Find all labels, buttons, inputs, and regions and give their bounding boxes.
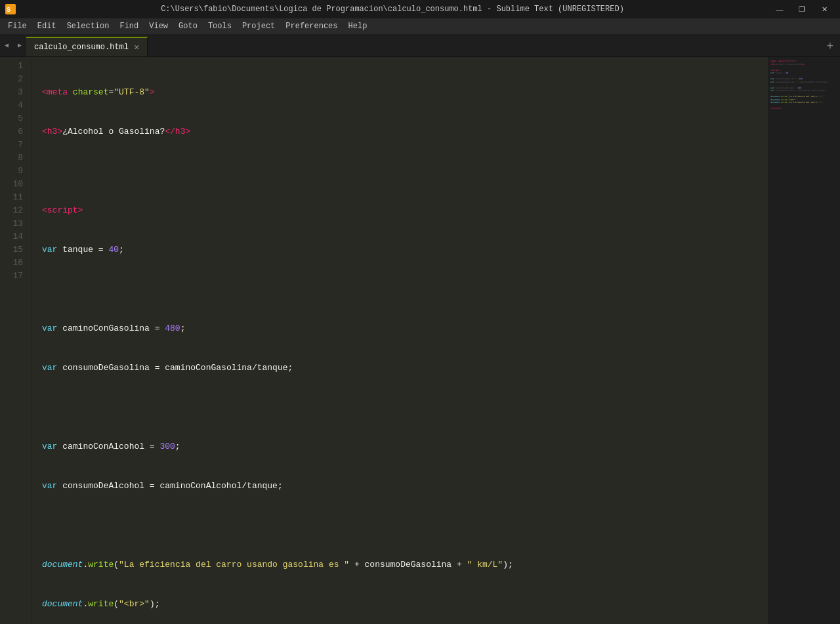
line-num-2: 2 xyxy=(0,73,31,86)
code-line-3 xyxy=(42,165,768,178)
code-line-13: document.write("La eficiencia del carro … xyxy=(42,558,768,572)
line-num-15: 15 xyxy=(0,243,31,257)
code-line-8: var consumoDeGasolina = caminoConGasolin… xyxy=(42,362,768,375)
menubar: File Edit Selection Find View Goto Tools… xyxy=(0,18,840,34)
code-line-6 xyxy=(42,283,768,296)
line-num-9: 9 xyxy=(0,165,31,178)
tab-nav-left[interactable]: ◀ xyxy=(0,33,13,56)
code-line-10: var caminoConAlcohol = 300; xyxy=(42,440,768,453)
tab-label: calculo_consumo.html xyxy=(34,43,129,52)
menu-project[interactable]: Project xyxy=(237,18,280,34)
line-numbers: 1 2 3 4 5 6 7 8 9 10 11 12 13 14 15 16 1… xyxy=(0,57,32,624)
new-tab-button[interactable]: + xyxy=(820,37,840,56)
line-num-10: 10 xyxy=(0,178,31,191)
menu-file[interactable]: File xyxy=(3,18,32,34)
line-num-14: 14 xyxy=(0,230,31,243)
code-line-7: var caminoConGasolina = 480; xyxy=(42,322,768,335)
app-icon: S xyxy=(5,4,16,14)
menu-tools[interactable]: Tools xyxy=(203,18,237,34)
tab-close-icon[interactable]: ✕ xyxy=(134,43,139,52)
line-num-3: 3 xyxy=(0,86,31,99)
tab-nav-right[interactable]: ▶ xyxy=(13,33,26,56)
line-num-5: 5 xyxy=(0,112,31,125)
svg-text:S: S xyxy=(7,7,10,14)
line-num-1: 1 xyxy=(0,60,31,73)
line-num-11: 11 xyxy=(0,191,31,204)
tabbar: ◀ ▶ calculo_consumo.html ✕ + xyxy=(0,34,840,57)
tab-calculo-consumo[interactable]: calculo_consumo.html ✕ xyxy=(26,37,148,56)
menu-view[interactable]: View xyxy=(144,18,173,34)
minimap-content: <meta charset="UTF-8"> <h3>¿Alcohol o Ga… xyxy=(770,60,837,110)
line-num-17: 17 xyxy=(0,270,31,283)
line-num-12: 12 xyxy=(0,204,31,217)
code-line-9 xyxy=(42,401,768,414)
titlebar: S C:\Users\fabio\Documents\Logica de Pro… xyxy=(0,0,840,18)
window-controls: — ❐ ✕ xyxy=(769,3,835,16)
line-num-4: 4 xyxy=(0,99,31,112)
menu-edit[interactable]: Edit xyxy=(32,18,62,34)
menu-selection[interactable]: Selection xyxy=(62,18,115,34)
line-num-7: 7 xyxy=(0,138,31,152)
close-button[interactable]: ✕ xyxy=(814,3,835,16)
code-line-12 xyxy=(42,519,768,532)
maximize-button[interactable]: ❐ xyxy=(791,3,812,16)
code-editor[interactable]: <meta charset="UTF-8"> <h3>¿Alcohol o Ga… xyxy=(32,57,768,624)
menu-goto[interactable]: Goto xyxy=(173,18,203,34)
code-line-11: var consumoDeAlcohol = caminoConAlcohol/… xyxy=(42,480,768,493)
menu-preferences[interactable]: Preferences xyxy=(280,18,343,34)
minimap: <meta charset="UTF-8"> <h3>¿Alcohol o Ga… xyxy=(768,57,840,624)
window-title: C:\Users\fabio\Documents\Logica de Progr… xyxy=(20,5,765,14)
line-num-6: 6 xyxy=(0,125,31,138)
code-line-5: var tanque = 40; xyxy=(42,243,768,257)
menu-help[interactable]: Help xyxy=(343,18,373,34)
line-num-8: 8 xyxy=(0,152,31,165)
code-line-2: <h3>¿Alcohol o Gasolina?</h3> xyxy=(42,125,768,138)
code-line-4: <script> xyxy=(42,204,768,217)
code-line-14: document.write("<br>"); xyxy=(42,598,768,611)
menu-find[interactable]: Find xyxy=(114,18,144,34)
minimize-button[interactable]: — xyxy=(769,3,790,16)
editor: 1 2 3 4 5 6 7 8 9 10 11 12 13 14 15 16 1… xyxy=(0,57,840,624)
code-line-1: <meta charset="UTF-8"> xyxy=(42,86,768,99)
line-num-16: 16 xyxy=(0,257,31,270)
line-num-13: 13 xyxy=(0,217,31,230)
